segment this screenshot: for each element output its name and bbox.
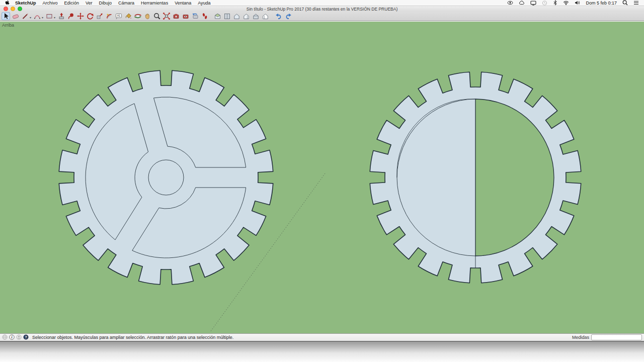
apple-menu-icon[interactable] (5, 0, 10, 6)
tool-offset-button[interactable] (105, 12, 113, 20)
wifi-icon[interactable] (563, 0, 569, 6)
menu-item-ayuda[interactable]: Ayuda (198, 1, 210, 6)
drawing-viewport[interactable]: Arriba (0, 22, 644, 333)
info-status-icon[interactable]: i (9, 334, 15, 340)
menu-item-sketchup[interactable]: SketchUp (15, 1, 36, 6)
menu-clock[interactable]: Dom 5 feb 0:17 (586, 1, 617, 6)
tool-view-back-button[interactable] (252, 12, 260, 20)
tool-arc-button[interactable] (33, 12, 41, 20)
measurements-label: Medidas (572, 335, 589, 340)
tool-view-iso-button[interactable] (213, 12, 222, 20)
tool-look-around-button[interactable] (181, 12, 190, 20)
tool-follow-me-button[interactable] (66, 12, 75, 20)
bluetooth-icon[interactable] (553, 0, 557, 6)
menu-item-herramientas[interactable]: Herramientas (141, 1, 168, 6)
globe-status-icon[interactable] (2, 334, 8, 340)
tool-view-right-button[interactable] (242, 12, 251, 20)
tool-paint-bucket-button[interactable] (124, 12, 132, 20)
time-machine-icon[interactable] (542, 0, 547, 6)
tool-zoom-button[interactable] (152, 12, 161, 20)
spotlight-icon[interactable] (622, 0, 628, 6)
menu-item-archivo[interactable]: Archivo (43, 1, 58, 6)
menu-item-ver[interactable]: Ver (86, 1, 93, 6)
tool-select-button[interactable] (2, 12, 10, 20)
tool-rectangle-dropdown-arrow[interactable]: ▾ (54, 16, 55, 19)
window-title: Sin título - SketchUp Pro 2017 (30 días … (0, 7, 644, 12)
tool-rectangle-button[interactable] (45, 12, 53, 20)
tool-redo-button[interactable] (284, 12, 292, 20)
tool-undo-button[interactable] (274, 12, 283, 20)
menu-item-ventana[interactable]: Ventana (175, 1, 191, 6)
volume-icon[interactable] (575, 0, 580, 6)
tool-move-button[interactable] (76, 12, 85, 20)
tool-view-front-button[interactable] (232, 12, 241, 20)
tool-orbit-button[interactable] (133, 12, 142, 20)
notification-center-icon[interactable] (633, 0, 639, 6)
menu-item-dibujo[interactable]: Dibujo (99, 1, 112, 6)
eye-icon[interactable] (507, 0, 513, 6)
tool-scale-button[interactable] (95, 12, 104, 20)
menu-item-edición[interactable]: Edición (64, 1, 79, 6)
tool-walk-button[interactable] (200, 12, 209, 20)
tool-position-camera-button[interactable] (172, 12, 180, 20)
display-icon[interactable] (530, 0, 536, 6)
tool-text-button[interactable]: A1 (114, 12, 123, 20)
person-status-icon[interactable] (16, 334, 22, 340)
tool-line-button[interactable] (21, 12, 29, 20)
window-title-bar: Sin título - SketchUp Pro 2017 (30 días … (0, 6, 644, 12)
tool-view-top-button[interactable] (223, 12, 231, 20)
left-gear[interactable] (59, 70, 273, 284)
tool-arc-dropdown-arrow[interactable]: ▾ (42, 16, 43, 19)
status-message: Seleccionar objetos. Mayúsculas para amp… (32, 335, 233, 340)
measurements-input[interactable] (591, 334, 642, 340)
right-gear[interactable] (370, 72, 581, 283)
tool-previous-view-button[interactable] (191, 12, 199, 20)
help-status-icon[interactable]: ? (23, 334, 29, 340)
desktop-background (0, 341, 644, 362)
tool-push-pull-button[interactable] (57, 12, 65, 20)
status-bar: i? Seleccionar objetos. Mayúsculas para … (0, 333, 644, 340)
menu-item-cámara[interactable]: Cámara (118, 1, 134, 6)
tool-pan-button[interactable] (143, 12, 151, 20)
svg-text:A1: A1 (117, 14, 120, 17)
tool-view-left-button[interactable] (261, 12, 270, 20)
toolbar: ▾▾▾A1 (0, 12, 644, 21)
model-canvas[interactable] (0, 22, 644, 333)
svg-text:?: ? (25, 335, 27, 339)
cloud-icon[interactable] (519, 0, 525, 6)
tool-rotate-button[interactable] (86, 12, 94, 20)
tool-zoom-extents-button[interactable] (162, 12, 171, 20)
menu-bar: SketchUpArchivoEdiciónVerDibujoCámaraHer… (0, 0, 644, 6)
tool-line-dropdown-arrow[interactable]: ▾ (30, 16, 31, 19)
view-name-label: Arriba (2, 23, 14, 28)
tool-eraser-button[interactable] (11, 12, 20, 20)
